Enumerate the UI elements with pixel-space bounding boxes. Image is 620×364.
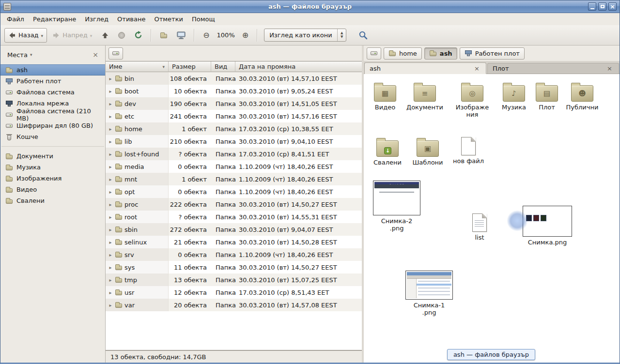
computer-button[interactable] <box>173 28 189 43</box>
tab-desktop[interactable]: Плот × <box>487 63 619 74</box>
folder-item-downloads[interactable]: Свалени <box>367 137 408 167</box>
folder-item-pictures[interactable]: Изображения <box>452 82 493 119</box>
sidebar-item[interactable]: Кошче <box>0 131 105 142</box>
expander-icon[interactable]: ▸ <box>108 152 113 157</box>
back-button[interactable]: Назад <box>4 28 47 43</box>
sidebar-item[interactable]: Свалени <box>0 195 105 206</box>
table-row[interactable]: ▸ etc 241 обекта Папка 30.03.2010 (вт) 1… <box>106 110 362 122</box>
table-row[interactable]: ▸ sbin 272 обекта Папка 30.03.2010 (вт) … <box>106 223 362 236</box>
minimize-button[interactable] <box>588 2 596 11</box>
root-location-button[interactable] <box>367 47 381 60</box>
expander-icon[interactable]: ▸ <box>108 214 113 220</box>
table-row[interactable]: ▸ media 0 обекта Папка 1.10.2009 (чт) 18… <box>106 160 362 173</box>
back-dropdown-icon[interactable] <box>41 31 44 39</box>
folder-item-desktop[interactable]: Плот <box>527 82 567 111</box>
tab-close-icon[interactable]: × <box>605 65 614 72</box>
expander-icon[interactable]: ▸ <box>108 202 113 207</box>
menu-file[interactable]: Файл <box>2 13 29 25</box>
expander-icon[interactable]: ▸ <box>108 227 113 232</box>
sidebar-item[interactable]: Видео <box>0 184 105 195</box>
table-row[interactable]: ▸ var 20 обекта Папка 30.03.2010 (вт) 14… <box>106 299 362 311</box>
up-button[interactable] <box>97 28 113 43</box>
table-row[interactable]: ▸ sys 11 обекта Папка 30.03.2010 (вт) 14… <box>106 261 362 273</box>
search-button[interactable] <box>355 28 372 43</box>
table-row[interactable]: ▸ dev 190 обекта Папка 30.03.2010 (вт) 1… <box>106 97 362 110</box>
table-row[interactable]: ▸ root ? обекта Папка 30.03.2010 (вт) 14… <box>106 211 362 223</box>
table-row[interactable]: ▸ lib 210 обекта Папка 30.03.2010 (вт) 9… <box>106 135 362 148</box>
zoom-out-button[interactable]: ⊖ <box>199 28 213 43</box>
folder-item-video[interactable]: Видео <box>365 82 405 111</box>
close-button[interactable]: × <box>608 2 617 11</box>
table-row[interactable]: ▸ bin 108 обекта Папка 30.03.2010 (вт) 1… <box>106 72 362 85</box>
path-button-home[interactable]: home <box>384 47 422 60</box>
stop-button[interactable] <box>114 28 129 43</box>
menu-view[interactable]: Изглед <box>80 13 113 25</box>
table-row[interactable]: ▸ boot 10 обекта Папка 30.03.2010 (вт) 9… <box>106 85 362 97</box>
expander-icon[interactable]: ▸ <box>108 139 113 144</box>
file-item-new-file[interactable]: нов файл <box>448 137 489 165</box>
folder-item-public[interactable]: Публични <box>562 82 603 111</box>
table-row[interactable]: ▸ mnt 1 обект Папка 1.10.2009 (чт) 18,40… <box>106 173 362 185</box>
expander-icon[interactable]: ▸ <box>108 177 113 182</box>
sidebar-item[interactable]: Музика <box>0 162 105 173</box>
expander-icon[interactable]: ▸ <box>108 101 113 106</box>
expander-icon[interactable]: ▸ <box>108 303 113 308</box>
sidebar-close-button[interactable]: × <box>91 51 100 59</box>
expander-icon[interactable]: ▸ <box>108 114 113 119</box>
image-item-snimka[interactable]: GNOME Store Снимка.png <box>521 206 574 246</box>
expander-icon[interactable]: ▸ <box>108 89 113 94</box>
file-item-list[interactable]: list <box>459 213 500 242</box>
sidebar-item[interactable]: Документи <box>0 151 105 162</box>
expander-icon[interactable]: ▸ <box>108 252 113 258</box>
expander-icon[interactable]: ▸ <box>108 277 113 283</box>
table-row[interactable]: ▸ proc 222 обекта Папка 30.03.2010 (вт) … <box>106 198 362 211</box>
expander-icon[interactable]: ▸ <box>108 189 113 195</box>
expander-icon[interactable]: ▸ <box>108 265 113 270</box>
table-row[interactable]: ▸ opt 0 обекта Папка 1.10.2009 (чт) 18,4… <box>106 185 362 198</box>
image-item-snimka-2[interactable]: GUADEC Снимка-2.png <box>372 181 422 232</box>
menu-go[interactable]: Отиване <box>113 13 150 25</box>
column-header-size[interactable]: Размер <box>169 61 211 72</box>
column-header-type[interactable]: Вид <box>211 61 235 72</box>
spinner-arrows-icon[interactable]: ▲▼ <box>337 29 346 41</box>
zoom-in-button[interactable]: ⊕ <box>238 28 252 43</box>
tab-close-icon[interactable]: × <box>473 65 481 72</box>
expander-icon[interactable]: ▸ <box>108 290 113 295</box>
sidebar-item[interactable]: ash <box>0 64 105 76</box>
sidebar-pane-select[interactable]: Места <box>4 50 35 60</box>
table-row[interactable]: ▸ lost+found ? обекта Папка 17.03.2010 (… <box>106 148 362 160</box>
image-item-snimka-1[interactable]: Снимка-1.png <box>404 271 454 317</box>
folder-item-templates[interactable]: Шаблони <box>407 137 448 167</box>
folder-item-documents[interactable]: Документи <box>404 82 445 111</box>
menu-help[interactable]: Помощ <box>187 13 219 25</box>
path-button-desktop[interactable]: Работен плот <box>460 47 525 60</box>
maximize-button[interactable] <box>598 2 606 11</box>
icon-view[interactable]: Видео Документи Изображения Музика Плот <box>364 74 620 363</box>
table-row[interactable]: ▸ usr 12 обекта Папка 17.03.2010 (ср) 8,… <box>106 286 362 299</box>
titlebar[interactable]: ash — файлов браузър × <box>0 0 620 13</box>
expander-icon[interactable]: ▸ <box>108 126 113 132</box>
column-header-name[interactable]: Име▾ <box>106 61 169 72</box>
root-location-button[interactable] <box>108 47 123 60</box>
table-row[interactable]: ▸ selinux 21 обекта Папка 30.03.2010 (вт… <box>106 236 362 248</box>
sidebar-item[interactable]: Изображения <box>0 173 105 184</box>
path-button-ash[interactable]: ash <box>424 47 457 60</box>
sidebar-item[interactable]: Шифриран дял (80 GB) <box>0 120 105 131</box>
column-header-date[interactable]: Дата на промяна <box>235 61 362 72</box>
sidebar-item[interactable]: Файлова система <box>0 87 105 98</box>
tab-ash[interactable]: ash × <box>364 62 486 74</box>
sidebar-item[interactable]: Работен плот <box>0 76 105 87</box>
menu-bookmarks[interactable]: Отметки <box>150 13 187 25</box>
expander-icon[interactable]: ▸ <box>108 240 113 245</box>
table-row[interactable]: ▸ tmp 13 обекта Папка 30.03.2010 (вт) 15… <box>106 273 362 286</box>
expander-icon[interactable]: ▸ <box>108 76 113 81</box>
reload-button[interactable] <box>130 28 146 43</box>
home-button[interactable] <box>156 28 171 43</box>
forward-button[interactable]: Напред <box>48 28 96 43</box>
view-mode-select[interactable]: Изглед като икони ▲▼ <box>264 29 346 42</box>
expander-icon[interactable]: ▸ <box>108 164 113 169</box>
table-row[interactable]: ▸ home 1 обект Папка 17.03.2010 (ср) 10,… <box>106 122 362 135</box>
menu-edit[interactable]: Редактиране <box>29 13 80 25</box>
table-row[interactable]: ▸ srv 0 обекта Папка 1.10.2009 (чт) 18,4… <box>106 248 362 261</box>
sidebar-item[interactable]: Файлова система (210 MB) <box>0 109 105 120</box>
